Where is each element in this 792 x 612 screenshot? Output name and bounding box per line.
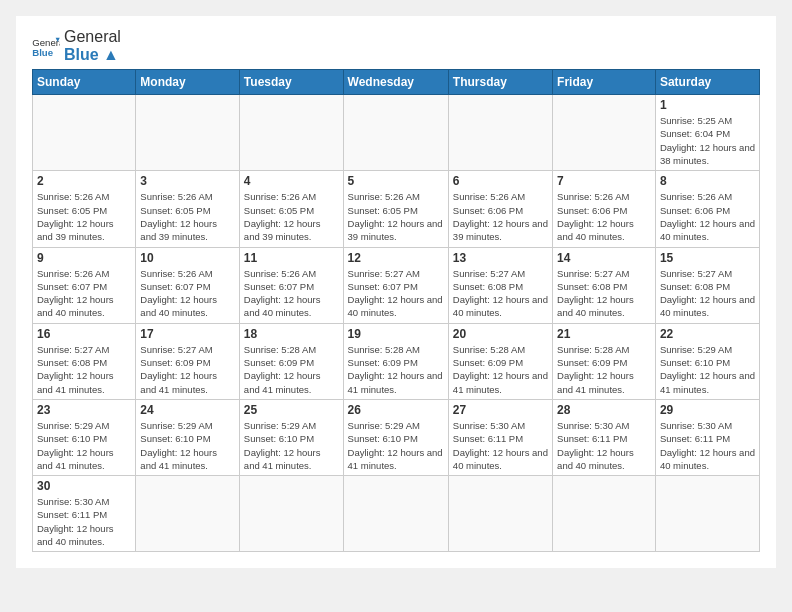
calendar-cell <box>239 476 343 552</box>
calendar-cell: 7Sunrise: 5:26 AM Sunset: 6:06 PM Daylig… <box>553 171 656 247</box>
day-info: Sunrise: 5:26 AM Sunset: 6:07 PM Dayligh… <box>244 267 339 320</box>
day-number: 15 <box>660 251 755 265</box>
calendar-container: General Blue General Blue ▲ SundayMonday… <box>16 16 776 568</box>
day-info: Sunrise: 5:28 AM Sunset: 6:09 PM Dayligh… <box>557 343 651 396</box>
day-info: Sunrise: 5:27 AM Sunset: 6:08 PM Dayligh… <box>37 343 131 396</box>
day-number: 26 <box>348 403 444 417</box>
calendar-cell: 26Sunrise: 5:29 AM Sunset: 6:10 PM Dayli… <box>343 399 448 475</box>
day-info: Sunrise: 5:27 AM Sunset: 6:08 PM Dayligh… <box>453 267 548 320</box>
calendar-cell: 29Sunrise: 5:30 AM Sunset: 6:11 PM Dayli… <box>655 399 759 475</box>
day-number: 10 <box>140 251 235 265</box>
day-info: Sunrise: 5:26 AM Sunset: 6:06 PM Dayligh… <box>660 190 755 243</box>
day-number: 20 <box>453 327 548 341</box>
week-row-1: 1Sunrise: 5:25 AM Sunset: 6:04 PM Daylig… <box>33 95 760 171</box>
day-number: 17 <box>140 327 235 341</box>
day-number: 24 <box>140 403 235 417</box>
day-info: Sunrise: 5:30 AM Sunset: 6:11 PM Dayligh… <box>37 495 131 548</box>
day-header-thursday: Thursday <box>448 70 552 95</box>
day-info: Sunrise: 5:26 AM Sunset: 6:05 PM Dayligh… <box>140 190 235 243</box>
svg-text:Blue: Blue <box>32 46 53 56</box>
calendar-cell <box>239 95 343 171</box>
week-row-5: 23Sunrise: 5:29 AM Sunset: 6:10 PM Dayli… <box>33 399 760 475</box>
day-info: Sunrise: 5:28 AM Sunset: 6:09 PM Dayligh… <box>348 343 444 396</box>
day-info: Sunrise: 5:26 AM Sunset: 6:07 PM Dayligh… <box>37 267 131 320</box>
day-number: 14 <box>557 251 651 265</box>
calendar-header: General Blue General Blue ▲ <box>32 28 760 63</box>
calendar-cell <box>448 476 552 552</box>
day-header-sunday: Sunday <box>33 70 136 95</box>
day-info: Sunrise: 5:29 AM Sunset: 6:10 PM Dayligh… <box>244 419 339 472</box>
calendar-cell <box>136 95 240 171</box>
calendar-cell: 18Sunrise: 5:28 AM Sunset: 6:09 PM Dayli… <box>239 323 343 399</box>
day-info: Sunrise: 5:27 AM Sunset: 6:07 PM Dayligh… <box>348 267 444 320</box>
day-number: 11 <box>244 251 339 265</box>
day-number: 16 <box>37 327 131 341</box>
day-header-saturday: Saturday <box>655 70 759 95</box>
calendar-cell: 15Sunrise: 5:27 AM Sunset: 6:08 PM Dayli… <box>655 247 759 323</box>
day-info: Sunrise: 5:30 AM Sunset: 6:11 PM Dayligh… <box>453 419 548 472</box>
day-info: Sunrise: 5:26 AM Sunset: 6:07 PM Dayligh… <box>140 267 235 320</box>
day-info: Sunrise: 5:26 AM Sunset: 6:05 PM Dayligh… <box>244 190 339 243</box>
day-number: 5 <box>348 174 444 188</box>
day-info: Sunrise: 5:29 AM Sunset: 6:10 PM Dayligh… <box>660 343 755 396</box>
day-number: 22 <box>660 327 755 341</box>
calendar-cell: 21Sunrise: 5:28 AM Sunset: 6:09 PM Dayli… <box>553 323 656 399</box>
day-number: 8 <box>660 174 755 188</box>
day-info: Sunrise: 5:26 AM Sunset: 6:05 PM Dayligh… <box>37 190 131 243</box>
day-info: Sunrise: 5:26 AM Sunset: 6:05 PM Dayligh… <box>348 190 444 243</box>
day-info: Sunrise: 5:27 AM Sunset: 6:09 PM Dayligh… <box>140 343 235 396</box>
day-number: 2 <box>37 174 131 188</box>
calendar-cell: 17Sunrise: 5:27 AM Sunset: 6:09 PM Dayli… <box>136 323 240 399</box>
logo: General Blue General Blue ▲ <box>32 28 121 63</box>
day-info: Sunrise: 5:27 AM Sunset: 6:08 PM Dayligh… <box>557 267 651 320</box>
day-info: Sunrise: 5:25 AM Sunset: 6:04 PM Dayligh… <box>660 114 755 167</box>
calendar-cell: 4Sunrise: 5:26 AM Sunset: 6:05 PM Daylig… <box>239 171 343 247</box>
day-number: 3 <box>140 174 235 188</box>
day-number: 6 <box>453 174 548 188</box>
calendar-cell: 20Sunrise: 5:28 AM Sunset: 6:09 PM Dayli… <box>448 323 552 399</box>
day-number: 28 <box>557 403 651 417</box>
week-row-3: 9Sunrise: 5:26 AM Sunset: 6:07 PM Daylig… <box>33 247 760 323</box>
calendar-cell <box>136 476 240 552</box>
day-number: 1 <box>660 98 755 112</box>
calendar-cell: 12Sunrise: 5:27 AM Sunset: 6:07 PM Dayli… <box>343 247 448 323</box>
day-info: Sunrise: 5:29 AM Sunset: 6:10 PM Dayligh… <box>140 419 235 472</box>
calendar-cell: 2Sunrise: 5:26 AM Sunset: 6:05 PM Daylig… <box>33 171 136 247</box>
day-number: 4 <box>244 174 339 188</box>
days-header-row: SundayMondayTuesdayWednesdayThursdayFrid… <box>33 70 760 95</box>
calendar-cell: 27Sunrise: 5:30 AM Sunset: 6:11 PM Dayli… <box>448 399 552 475</box>
calendar-table: SundayMondayTuesdayWednesdayThursdayFrid… <box>32 69 760 552</box>
calendar-cell: 13Sunrise: 5:27 AM Sunset: 6:08 PM Dayli… <box>448 247 552 323</box>
calendar-cell: 11Sunrise: 5:26 AM Sunset: 6:07 PM Dayli… <box>239 247 343 323</box>
day-number: 19 <box>348 327 444 341</box>
calendar-cell: 30Sunrise: 5:30 AM Sunset: 6:11 PM Dayli… <box>33 476 136 552</box>
calendar-cell: 10Sunrise: 5:26 AM Sunset: 6:07 PM Dayli… <box>136 247 240 323</box>
logo-general-text: General <box>64 28 121 46</box>
day-header-tuesday: Tuesday <box>239 70 343 95</box>
day-number: 18 <box>244 327 339 341</box>
calendar-cell: 22Sunrise: 5:29 AM Sunset: 6:10 PM Dayli… <box>655 323 759 399</box>
calendar-cell: 23Sunrise: 5:29 AM Sunset: 6:10 PM Dayli… <box>33 399 136 475</box>
logo-blue-text: Blue ▲ <box>64 46 121 64</box>
day-info: Sunrise: 5:26 AM Sunset: 6:06 PM Dayligh… <box>453 190 548 243</box>
calendar-cell <box>343 95 448 171</box>
day-header-monday: Monday <box>136 70 240 95</box>
day-number: 7 <box>557 174 651 188</box>
calendar-cell: 19Sunrise: 5:28 AM Sunset: 6:09 PM Dayli… <box>343 323 448 399</box>
week-row-2: 2Sunrise: 5:26 AM Sunset: 6:05 PM Daylig… <box>33 171 760 247</box>
day-header-friday: Friday <box>553 70 656 95</box>
day-number: 30 <box>37 479 131 493</box>
day-info: Sunrise: 5:27 AM Sunset: 6:08 PM Dayligh… <box>660 267 755 320</box>
day-info: Sunrise: 5:26 AM Sunset: 6:06 PM Dayligh… <box>557 190 651 243</box>
calendar-cell: 25Sunrise: 5:29 AM Sunset: 6:10 PM Dayli… <box>239 399 343 475</box>
day-info: Sunrise: 5:30 AM Sunset: 6:11 PM Dayligh… <box>660 419 755 472</box>
calendar-cell <box>655 476 759 552</box>
calendar-cell: 3Sunrise: 5:26 AM Sunset: 6:05 PM Daylig… <box>136 171 240 247</box>
calendar-cell <box>343 476 448 552</box>
calendar-cell: 8Sunrise: 5:26 AM Sunset: 6:06 PM Daylig… <box>655 171 759 247</box>
calendar-cell: 1Sunrise: 5:25 AM Sunset: 6:04 PM Daylig… <box>655 95 759 171</box>
day-number: 29 <box>660 403 755 417</box>
day-number: 25 <box>244 403 339 417</box>
calendar-cell <box>553 476 656 552</box>
calendar-cell: 9Sunrise: 5:26 AM Sunset: 6:07 PM Daylig… <box>33 247 136 323</box>
